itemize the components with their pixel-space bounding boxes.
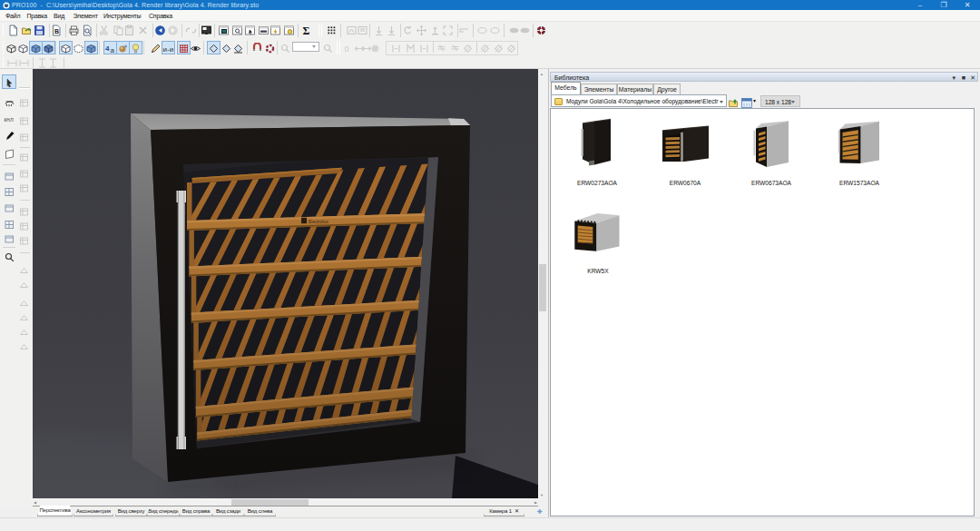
svg-text:кнл: кнл [5,116,14,123]
svg-text:B: B [54,28,59,34]
svg-text:и-и: и-и [163,45,174,54]
svg-text:0: 0 [345,44,349,54]
svg-text:Σ: Σ [303,25,310,36]
svg-text:4: 4 [105,44,110,53]
svg-text:a: a [111,46,115,54]
